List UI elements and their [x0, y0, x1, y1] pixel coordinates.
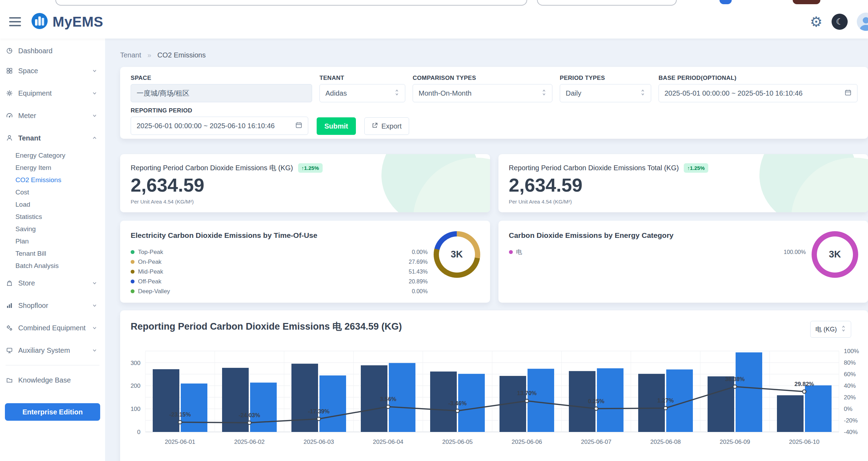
tou-donut-card: Electricity Carbon Dioxide Emissions by …: [120, 221, 490, 303]
base-period-input[interactable]: 2025-05-01 00:00:00 ~ 2025-05-10 16:10:4…: [659, 84, 857, 102]
legend-value: 0.00%: [412, 249, 428, 255]
energy-category-legend: 电100.00%: [509, 249, 806, 255]
svg-text:2025-06-10: 2025-06-10: [789, 439, 820, 445]
summary-subtitle: Per Unit Area 4.54 (KG/M²): [131, 199, 490, 205]
sidebar-item-label: Space: [18, 67, 92, 75]
svg-text:-17.39%: -17.39%: [308, 408, 330, 414]
energy-category-donut-chart: 3K: [812, 231, 858, 278]
sidebar-item-label: Meter: [18, 112, 92, 120]
sidebar-subitem-saving[interactable]: Saving: [5, 223, 100, 235]
sidebar-item-combined-equipment[interactable]: Combined Equipment: [5, 317, 100, 339]
sidebar-item-auxiliary-system[interactable]: Auxiliary System: [5, 339, 100, 362]
emissions-bar-chart-card: Reporting Period Carbon Dioxide Emission…: [120, 310, 868, 461]
sidebar-item-store[interactable]: Store: [5, 272, 100, 294]
svg-text:38.38%: 38.38%: [725, 376, 745, 382]
legend-item: Off-Peak20.89%: [131, 278, 428, 285]
svg-text:1.27%: 1.27%: [657, 397, 674, 404]
legend-dot: [131, 250, 135, 254]
settings-gear-icon[interactable]: ⚙: [810, 15, 822, 29]
sidebar-item-shopfloor[interactable]: Shopfloor: [5, 294, 100, 317]
svg-text:80%: 80%: [844, 359, 856, 366]
sidebar-item-meter[interactable]: Meter: [5, 104, 100, 127]
sidebar-item-equipment[interactable]: Equipment: [5, 82, 100, 104]
unit-select-value: 电 (KG): [815, 325, 837, 333]
summary-cards-row: Reporting Period Carbon Dioxide Emission…: [120, 154, 868, 212]
svg-text:300: 300: [131, 360, 140, 366]
breadcrumb-current: CO2 Emissions: [157, 51, 206, 59]
svg-text:0.25%: 0.25%: [588, 398, 605, 404]
svg-text:2025-06-01: 2025-06-01: [165, 439, 195, 445]
equipment-icon: [5, 90, 14, 97]
chevron-down-icon: [92, 303, 97, 308]
export-button[interactable]: Export: [364, 117, 409, 135]
sidebar-subitem-tenant-bill[interactable]: Tenant Bill: [5, 247, 100, 260]
sidebar-item-label: Equipment: [18, 89, 92, 97]
sidebar-item-tenant[interactable]: Tenant: [5, 127, 100, 149]
navbar-actions: ⚙ ☾: [810, 13, 868, 31]
legend-item: Deep-Valley0.00%: [131, 288, 428, 295]
select-arrows-icon: [542, 88, 546, 98]
chevron-down-icon: [92, 348, 97, 353]
chevron-down-icon: [92, 325, 97, 331]
sidebar-item-knowledge-base[interactable]: Knowledge Base: [5, 369, 100, 391]
meter-icon: [5, 112, 14, 119]
space-input[interactable]: 一度城/商场/租区: [131, 84, 312, 102]
breadcrumb-parent[interactable]: Tenant: [120, 51, 141, 59]
sidebar-item-space[interactable]: Space: [5, 60, 100, 82]
legend-label: 电: [516, 248, 522, 256]
hamburger-menu-icon[interactable]: [9, 17, 21, 26]
unit-select[interactable]: 电 (KG): [810, 321, 851, 338]
legend-dot: [131, 260, 135, 264]
legend-item: 电100.00%: [509, 249, 806, 255]
bar-chart-title: Reporting Period Carbon Dioxide Emission…: [131, 320, 868, 333]
sidebar-subitem-energy-item[interactable]: Energy Item: [5, 161, 100, 174]
svg-text:2025-06-07: 2025-06-07: [581, 439, 612, 445]
chevron-down-icon: [92, 68, 97, 74]
legend-value: 27.69%: [409, 259, 428, 265]
sidebar-subitem-co2-emissions[interactable]: CO2 Emissions: [5, 174, 100, 186]
tenant-value: Adidas: [325, 89, 347, 97]
legend-item: Top-Peak0.00%: [131, 249, 428, 255]
user-avatar[interactable]: [857, 13, 868, 31]
store-icon: [5, 280, 14, 287]
theme-toggle-icon[interactable]: ☾: [832, 14, 848, 30]
svg-text:2025-06-02: 2025-06-02: [234, 439, 265, 445]
submit-button[interactable]: Submit: [317, 117, 356, 135]
tenant-select[interactable]: Adidas: [319, 84, 405, 102]
legend-item: Mid-Peak51.43%: [131, 268, 428, 275]
sidebar-subitem-energy-category[interactable]: Energy Category: [5, 149, 100, 161]
trend-badge: ↑1.25%: [684, 163, 708, 173]
sidebar-item-label: Combined Equipment: [18, 324, 92, 332]
period-types-select[interactable]: Daily: [560, 84, 651, 102]
legend-label: Deep-Valley: [138, 288, 170, 295]
donut-center-label: 3K: [451, 249, 463, 260]
brand-logo[interactable]: MyEMS: [31, 12, 103, 31]
svg-text:-20%: -20%: [844, 417, 858, 424]
sidebar-subitem-statistics[interactable]: Statistics: [5, 211, 100, 223]
sidebar-subitem-load[interactable]: Load: [5, 198, 100, 211]
reporting-period-input[interactable]: 2025-06-01 00:00:00 ~ 2025-06-10 16:10:4…: [131, 117, 308, 135]
comparison-value: Month-On-Month: [419, 89, 471, 97]
select-arrows-icon: [640, 88, 645, 98]
svg-text:2025-06-03: 2025-06-03: [304, 439, 334, 445]
svg-text:0%: 0%: [844, 406, 853, 412]
top-cutoff-strip: [0, 0, 868, 5]
auxiliary-system-icon: [5, 347, 14, 354]
svg-text:2025-06-05: 2025-06-05: [442, 439, 473, 445]
sidebar-subitem-plan[interactable]: Plan: [5, 235, 100, 247]
period-types-value: Daily: [566, 89, 581, 97]
tenant-icon: [5, 135, 14, 142]
brand-name: MyEMS: [53, 14, 103, 30]
sidebar-item-dashboard[interactable]: Dashboard: [5, 42, 100, 60]
svg-text:2025-06-04: 2025-06-04: [373, 439, 404, 445]
sidebar-item-label: Dashboard: [18, 47, 100, 55]
sidebar-subitem-batch-analysis[interactable]: Batch Analysis: [5, 260, 100, 272]
sidebar-subitem-cost[interactable]: Cost: [5, 186, 100, 198]
select-arrows-icon: [841, 324, 846, 335]
svg-text:3.56%: 3.56%: [380, 396, 397, 402]
comparison-select[interactable]: Month-On-Month: [413, 84, 552, 102]
legend-value: 51.43%: [409, 269, 428, 275]
legend-dot: [509, 250, 513, 254]
legend-dot: [131, 270, 135, 274]
enterprise-edition-button[interactable]: Enterprise Edition: [5, 403, 100, 421]
